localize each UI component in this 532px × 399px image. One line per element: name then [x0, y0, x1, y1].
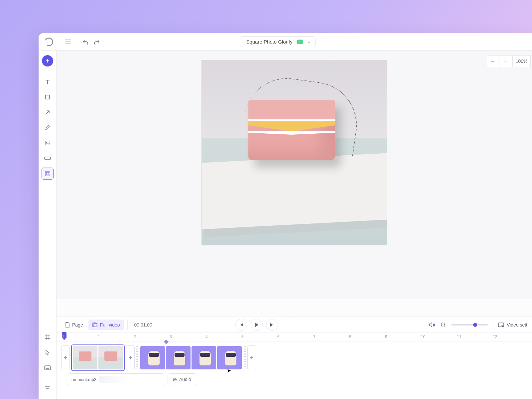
waveform-icon	[99, 376, 161, 383]
svg-rect-0	[46, 95, 50, 99]
arrow-tool[interactable]	[42, 106, 54, 118]
zoom-percent[interactable]: 100%	[513, 55, 531, 67]
zoom-controls: − + 100%	[486, 55, 531, 67]
redo-icon	[94, 39, 100, 45]
arrow-icon	[45, 109, 51, 115]
svg-rect-3	[45, 157, 51, 160]
svg-point-11	[502, 325, 503, 327]
ruler-mark: 8	[349, 334, 351, 339]
video-settings-label: Video sett	[507, 322, 527, 328]
clip-thumbnail[interactable]	[192, 346, 216, 369]
artboard-icon	[45, 334, 51, 340]
clip-thumbnail[interactable]	[98, 346, 123, 369]
svg-rect-4	[45, 171, 50, 176]
video-icon	[92, 323, 98, 327]
pointer-tool[interactable]	[42, 346, 54, 358]
project-title-dropdown[interactable]: Square Photo Glorify ⌄	[240, 36, 315, 47]
add-frame-after-button[interactable]: +	[247, 345, 256, 370]
ruler-mark: 7	[313, 334, 316, 339]
zoom-in-button[interactable]: +	[499, 55, 513, 67]
clip-group-2[interactable]	[139, 345, 243, 370]
settings-gear-icon	[498, 323, 504, 327]
timeline-zoom-slider[interactable]	[451, 324, 488, 326]
artboard-tool[interactable]	[42, 331, 54, 343]
skip-next-icon	[270, 323, 274, 327]
svg-point-2	[46, 142, 47, 143]
product-image	[202, 60, 387, 245]
tab-full-video-label: Full video	[100, 322, 120, 328]
timeline-ruler[interactable]: 0123456789101112	[57, 333, 532, 341]
search-icon	[441, 322, 446, 328]
align-tool[interactable]	[42, 382, 54, 394]
add-frame-before-button[interactable]: +	[61, 345, 70, 370]
play-button[interactable]	[251, 319, 263, 331]
volume-icon	[429, 322, 435, 328]
svg-rect-1	[45, 141, 50, 145]
timeline-tracks: + + + ambient.mp3	[57, 341, 532, 389]
clip-thumbnail[interactable]	[73, 346, 97, 369]
hamburger-icon	[65, 40, 71, 44]
svg-point-9	[441, 323, 445, 326]
video-settings-button[interactable]: Video sett	[493, 322, 527, 328]
image-tool[interactable]	[42, 137, 54, 149]
top-bar: Square Photo Glorify ⌄	[39, 33, 532, 51]
volume-button[interactable]	[429, 322, 435, 328]
text-icon	[45, 79, 51, 85]
pencil-icon	[45, 125, 51, 131]
keyboard-tool[interactable]	[42, 362, 54, 374]
button-tool[interactable]	[42, 152, 54, 164]
tab-page[interactable]: Page	[61, 320, 87, 330]
menu-button[interactable]	[63, 36, 74, 48]
ruler-mark: 2	[134, 334, 136, 339]
prev-frame-button[interactable]	[235, 319, 247, 331]
redo-button[interactable]	[91, 36, 102, 48]
clip-divider[interactable]	[244, 346, 246, 369]
undo-button[interactable]	[80, 36, 91, 48]
project-title: Square Photo Glorify	[246, 39, 292, 45]
chevron-down-icon: ⌄	[307, 40, 311, 44]
skip-prev-icon	[239, 323, 244, 327]
plus-icon: ⊕	[173, 376, 177, 383]
ruler-mark: 11	[457, 334, 461, 339]
clip-thumbnail[interactable]	[166, 346, 191, 369]
image-icon	[45, 140, 51, 146]
square-icon	[45, 94, 51, 100]
svg-rect-8	[94, 324, 97, 327]
pill-icon	[44, 156, 51, 161]
audio-clip-name: ambient.mp3	[71, 377, 96, 382]
audio-clip[interactable]: ambient.mp3	[68, 373, 164, 385]
add-frame-between-button[interactable]: +	[126, 345, 135, 370]
ruler-mark: 6	[277, 334, 280, 339]
clip-thumbnail[interactable]	[217, 346, 242, 369]
svg-rect-6	[45, 366, 51, 370]
rectangle-tool[interactable]	[42, 91, 54, 103]
cloud-synced-icon	[297, 40, 303, 44]
tab-full-video[interactable]: Full video	[88, 320, 124, 330]
add-audio-button[interactable]: ⊕ Audio	[168, 373, 196, 385]
pen-tool[interactable]	[42, 122, 54, 134]
keyboard-icon	[44, 365, 51, 370]
frame-icon	[45, 171, 51, 177]
svg-rect-5	[46, 172, 49, 175]
ruler-mark: 1	[98, 334, 100, 339]
frame-tool[interactable]	[42, 168, 54, 180]
ruler-mark: 5	[241, 334, 244, 339]
text-tool[interactable]	[42, 76, 54, 88]
tab-page-label: Page	[72, 322, 83, 328]
clip-divider[interactable]	[136, 346, 138, 369]
canvas-artboard[interactable]: EDIT BG	[201, 60, 387, 245]
timeline-search-button[interactable]	[441, 322, 446, 328]
ruler-mark: 9	[385, 334, 387, 339]
zoom-out-button[interactable]: −	[486, 55, 499, 67]
ruler-mark: 3	[170, 334, 172, 339]
ruler-mark: 0	[62, 334, 64, 339]
clip-thumbnail[interactable]	[140, 346, 165, 369]
panel-resize-handle[interactable]: ⋯	[292, 316, 297, 320]
clip-group-1[interactable]	[71, 344, 125, 371]
add-element-button[interactable]: +	[42, 55, 53, 66]
playback-controls	[235, 319, 278, 331]
video-track: + + +	[61, 345, 527, 371]
canvas-workspace[interactable]: EDIT BG	[57, 51, 532, 299]
left-toolbar: +	[39, 51, 57, 399]
next-frame-button[interactable]	[266, 319, 278, 331]
